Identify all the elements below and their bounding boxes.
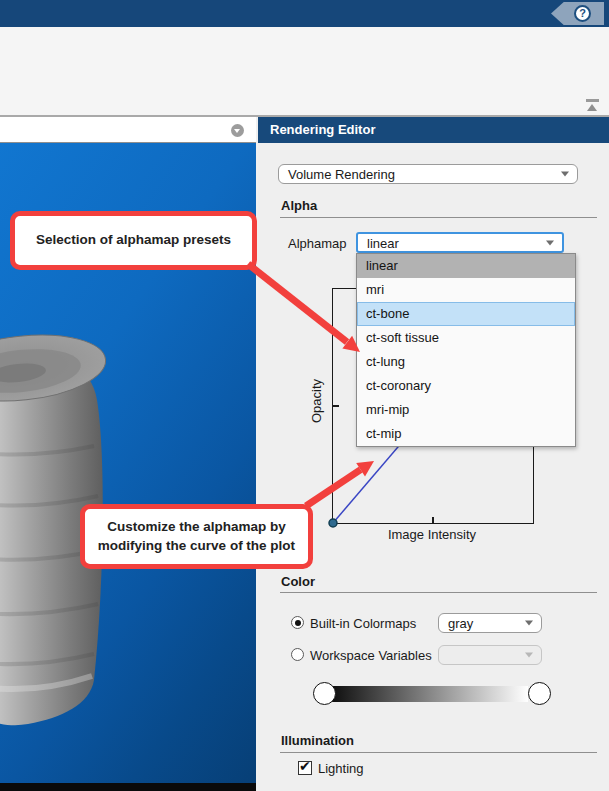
plot-xlabel: Image Intensity bbox=[352, 527, 512, 542]
chevron-down-icon bbox=[525, 621, 533, 626]
help-icon[interactable]: ? bbox=[574, 5, 591, 22]
collapse-toolstrip-icon[interactable] bbox=[586, 99, 599, 111]
callout-text-line2: modifying the curve of the plot bbox=[98, 537, 295, 556]
builtin-colormaps-radio[interactable] bbox=[291, 616, 304, 629]
rendering-mode-dropdown[interactable]: Volume Rendering bbox=[278, 164, 578, 184]
x-axis-tick bbox=[432, 517, 434, 523]
lighting-label: Lighting bbox=[318, 761, 364, 776]
gradient-handle-right[interactable] bbox=[528, 682, 551, 705]
colormap-dropdown[interactable]: gray bbox=[438, 613, 542, 633]
radio-dot bbox=[295, 620, 301, 626]
chevron-down-icon bbox=[546, 240, 554, 245]
collapse-bar bbox=[586, 99, 599, 102]
option-ct-coronary[interactable]: ct-coronary bbox=[357, 374, 575, 398]
chevron-down-icon bbox=[525, 653, 533, 658]
alpha-section-rule bbox=[280, 217, 597, 218]
alphamap-dropdown[interactable]: linear bbox=[356, 232, 564, 253]
check-icon: ✔ bbox=[299, 758, 311, 774]
plot-ylabel: Opacity bbox=[309, 351, 325, 451]
option-linear[interactable]: linear bbox=[357, 254, 575, 278]
curve-control-point bbox=[329, 519, 337, 527]
colormap-value: gray bbox=[448, 616, 473, 631]
app-title-bar bbox=[0, 0, 609, 27]
illumination-section-title: Illumination bbox=[281, 733, 354, 748]
chevron-down-icon bbox=[561, 172, 569, 177]
workspace-variable-dropdown bbox=[438, 645, 542, 665]
workspace-variables-radio[interactable] bbox=[291, 648, 304, 661]
callout-text: Selection of alphamap presets bbox=[36, 231, 231, 250]
callout-text-line1: Customize the alphamap by bbox=[107, 518, 286, 537]
color-section-rule bbox=[280, 592, 597, 593]
option-ct-soft-tissue[interactable]: ct-soft tissue bbox=[357, 326, 575, 350]
callout-customize-curve: Customize the alphamap by modifying the … bbox=[80, 504, 313, 569]
viewer-title-bar bbox=[0, 117, 256, 143]
builtin-colormaps-label: Built-in Colormaps bbox=[310, 616, 416, 631]
option-ct-lung[interactable]: ct-lung bbox=[357, 350, 575, 374]
option-ct-mip[interactable]: ct-mip bbox=[357, 422, 575, 446]
alpha-section-title: Alpha bbox=[281, 198, 317, 213]
alphamap-options-list: linear mri ct-bone ct-soft tissue ct-lun… bbox=[356, 253, 576, 447]
workspace-variables-label: Workspace Variables bbox=[310, 648, 432, 663]
colormap-gradient-bar[interactable] bbox=[320, 686, 528, 702]
viewer-bottom-edge bbox=[0, 783, 256, 791]
toolstrip-collapsed-area bbox=[0, 27, 609, 117]
gradient-handle-left[interactable] bbox=[313, 682, 336, 705]
color-section-title: Color bbox=[281, 574, 315, 589]
alphamap-value: linear bbox=[367, 235, 399, 250]
option-ct-bone[interactable]: ct-bone bbox=[357, 302, 575, 326]
callout-alphamap-presets: Selection of alphamap presets bbox=[10, 211, 257, 270]
y-axis-tick bbox=[333, 405, 339, 407]
option-mri[interactable]: mri bbox=[357, 278, 575, 302]
chevron-glyph bbox=[234, 129, 240, 133]
option-mri-mip[interactable]: mri-mip bbox=[357, 398, 575, 422]
lighting-checkbox[interactable]: ✔ bbox=[298, 761, 312, 775]
rendering-mode-value: Volume Rendering bbox=[288, 167, 395, 182]
illumination-section-rule bbox=[280, 752, 597, 753]
alphamap-label: Alphamap bbox=[288, 236, 347, 251]
rendering-editor-header: Rendering Editor bbox=[258, 117, 609, 143]
chevron-up-icon bbox=[587, 104, 597, 111]
chevron-down-icon[interactable] bbox=[231, 124, 244, 137]
